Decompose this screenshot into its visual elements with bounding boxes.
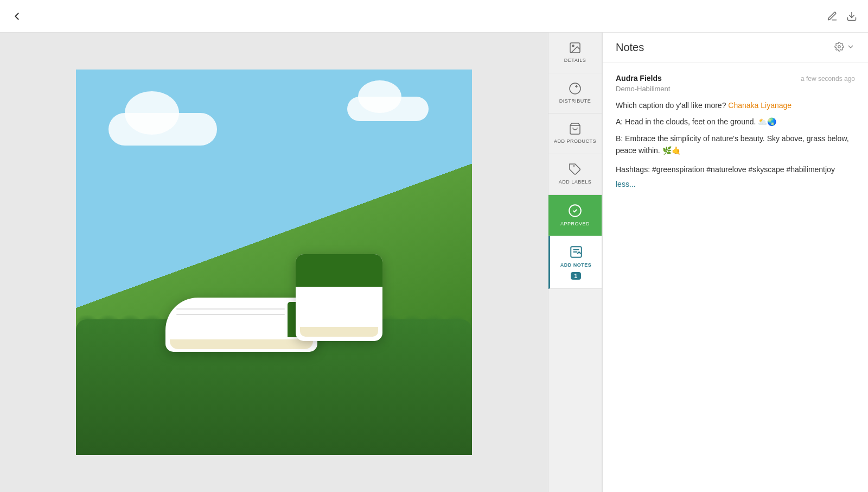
notes-title: Notes (616, 41, 644, 54)
note-author: Audra Fields (616, 74, 662, 83)
back-button[interactable] (11, 10, 23, 22)
sidebar-item-add-products-label: ADD PRODUCTS (554, 138, 596, 145)
sidebar-item-add-labels[interactable]: ADD LABELS (548, 154, 602, 195)
caption-b: B: Embrace the simplicity of nature's be… (616, 133, 855, 157)
tag-icon (569, 163, 582, 176)
image-area (0, 33, 548, 492)
chevron-button[interactable] (846, 42, 855, 53)
main-layout: DETAILS DISTRIBUTE ADD PRODUCTS (0, 33, 868, 492)
top-bar-left (11, 10, 23, 22)
distribute-icon (569, 82, 582, 95)
image-icon (569, 41, 582, 54)
notes-header: Notes (603, 33, 868, 63)
svg-point-12 (838, 45, 841, 48)
note-body: Which caption do y'all like more? Chanak… (616, 99, 855, 157)
notes-icon (569, 245, 583, 259)
top-bar (0, 0, 868, 33)
notes-badge: 1 (571, 272, 581, 280)
edit-button[interactable] (827, 11, 838, 22)
mention-link[interactable]: Chanaka Liyanage (728, 101, 792, 110)
sidebar-item-details[interactable]: DETAILS (548, 33, 602, 73)
settings-button[interactable] (834, 42, 844, 54)
note-source: Demo-Habiliment (616, 85, 855, 93)
sidebar-item-details-label: DETAILS (564, 58, 586, 64)
sidebar-item-add-labels-label: ADD LABELS (559, 179, 592, 186)
sidebar-item-approved[interactable]: APPROVED (548, 195, 602, 237)
check-circle-icon (568, 204, 582, 218)
note-meta: Audra Fields a few seconds ago (616, 74, 855, 83)
hashtags-block: Hashtags: #greenspiration #naturelove #s… (616, 163, 855, 175)
mention-prompt: Which caption do y'all like more? (616, 101, 726, 110)
hashtags-text: Hashtags: #greenspiration #naturelove #s… (616, 165, 835, 174)
notes-panel: Notes Audra Fields a few seconds (602, 33, 868, 492)
sidebar-item-distribute[interactable]: DISTRIBUTE (548, 73, 602, 114)
sidebar-nav: DETAILS DISTRIBUTE ADD PRODUCTS (548, 33, 602, 492)
bag-icon (569, 122, 582, 135)
less-link[interactable]: less... (616, 180, 855, 188)
notes-header-actions (834, 42, 855, 54)
sidebar-item-add-notes[interactable]: ADD NOTES 1 (548, 236, 602, 289)
note-time: a few seconds ago (801, 75, 855, 83)
sidebar-item-add-products[interactable]: ADD PRODUCTS (548, 113, 602, 154)
sidebar-item-add-notes-label: ADD NOTES (560, 262, 592, 269)
asset-image (76, 70, 472, 455)
download-button[interactable] (846, 11, 857, 22)
svg-point-2 (572, 45, 574, 47)
top-bar-right (827, 11, 857, 22)
svg-point-3 (570, 83, 580, 94)
notes-content: Audra Fields a few seconds ago Demo-Habi… (603, 63, 868, 492)
sidebar-item-approved-label: APPROVED (560, 221, 590, 228)
sidebar-item-distribute-label: DISTRIBUTE (559, 98, 591, 105)
caption-a: A: Head in the clouds, feet on the groun… (616, 116, 855, 128)
